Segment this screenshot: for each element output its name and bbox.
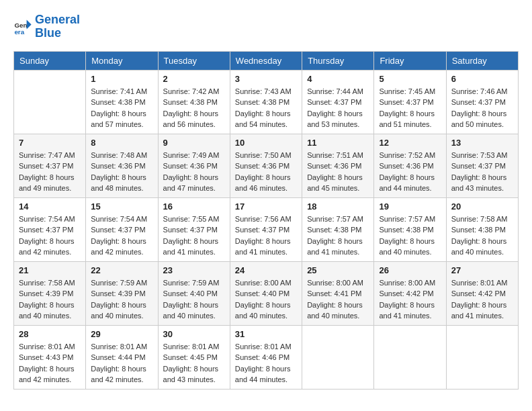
calendar-cell: 7Sunrise: 7:47 AMSunset: 4:37 PMDaylight…	[14, 134, 86, 197]
day-info: Sunrise: 8:00 AMSunset: 4:42 PMDaylight:…	[379, 277, 441, 322]
day-info: Sunrise: 7:52 AMSunset: 4:36 PMDaylight:…	[379, 150, 441, 194]
calendar-cell: 6Sunrise: 7:46 AMSunset: 4:37 PMDaylight…	[446, 70, 518, 134]
day-info: Sunrise: 7:44 AMSunset: 4:37 PMDaylight:…	[307, 86, 369, 130]
calendar-cell: 25Sunrise: 8:00 AMSunset: 4:41 PMDayligh…	[302, 261, 374, 325]
weekday-header-monday: Monday	[86, 51, 158, 70]
day-number: 12	[379, 138, 441, 148]
calendar-cell: 21Sunrise: 7:58 AMSunset: 4:39 PMDayligh…	[14, 261, 86, 325]
day-info: Sunrise: 7:56 AMSunset: 4:37 PMDaylight:…	[235, 214, 297, 258]
day-info: Sunrise: 8:01 AMSunset: 4:45 PMDaylight:…	[163, 341, 225, 385]
calendar-cell: 3Sunrise: 7:43 AMSunset: 4:38 PMDaylight…	[230, 70, 302, 134]
day-number: 20	[451, 201, 513, 212]
day-info: Sunrise: 7:45 AMSunset: 4:37 PMDaylight:…	[379, 86, 441, 130]
day-info: Sunrise: 7:53 AMSunset: 4:37 PMDaylight:…	[451, 150, 513, 194]
day-info: Sunrise: 7:54 AMSunset: 4:37 PMDaylight:…	[91, 214, 152, 258]
day-number: 1	[91, 74, 152, 84]
week-row-0: 1Sunrise: 7:41 AMSunset: 4:38 PMDaylight…	[14, 70, 519, 134]
calendar-cell: 4Sunrise: 7:44 AMSunset: 4:37 PMDaylight…	[302, 70, 374, 134]
day-info: Sunrise: 7:41 AMSunset: 4:38 PMDaylight:…	[91, 86, 152, 130]
calendar-cell	[446, 325, 518, 389]
calendar-cell: 24Sunrise: 8:00 AMSunset: 4:40 PMDayligh…	[230, 261, 302, 325]
day-info: Sunrise: 7:55 AMSunset: 4:37 PMDaylight:…	[163, 214, 225, 258]
day-info: Sunrise: 7:58 AMSunset: 4:39 PMDaylight:…	[19, 277, 81, 322]
calendar-cell: 27Sunrise: 8:01 AMSunset: 4:42 PMDayligh…	[446, 261, 518, 325]
day-number: 18	[307, 201, 369, 212]
calendar-cell: 10Sunrise: 7:50 AMSunset: 4:36 PMDayligh…	[230, 134, 302, 197]
weekday-header-saturday: Saturday	[446, 51, 518, 70]
calendar-cell: 5Sunrise: 7:45 AMSunset: 4:37 PMDaylight…	[374, 70, 446, 134]
logo-icon: Gen era	[13, 17, 32, 36]
day-info: Sunrise: 8:00 AMSunset: 4:41 PMDaylight:…	[307, 277, 369, 322]
calendar-cell: 29Sunrise: 8:01 AMSunset: 4:44 PMDayligh…	[86, 325, 158, 389]
calendar-cell: 28Sunrise: 8:01 AMSunset: 4:43 PMDayligh…	[14, 325, 86, 389]
day-info: Sunrise: 7:59 AMSunset: 4:39 PMDaylight:…	[91, 277, 152, 322]
day-info: Sunrise: 8:01 AMSunset: 4:42 PMDaylight:…	[451, 277, 513, 322]
calendar-cell: 23Sunrise: 7:59 AMSunset: 4:40 PMDayligh…	[158, 261, 230, 325]
week-row-2: 14Sunrise: 7:54 AMSunset: 4:37 PMDayligh…	[14, 197, 519, 261]
calendar-cell: 26Sunrise: 8:00 AMSunset: 4:42 PMDayligh…	[374, 261, 446, 325]
day-info: Sunrise: 7:47 AMSunset: 4:37 PMDaylight:…	[19, 150, 81, 194]
day-number: 24	[235, 265, 297, 275]
day-number: 23	[163, 265, 225, 275]
calendar-cell: 17Sunrise: 7:56 AMSunset: 4:37 PMDayligh…	[230, 197, 302, 261]
logo-text: GeneralBlue	[35, 13, 80, 40]
calendar-cell	[302, 325, 374, 389]
calendar-cell: 22Sunrise: 7:59 AMSunset: 4:39 PMDayligh…	[86, 261, 158, 325]
day-info: Sunrise: 7:58 AMSunset: 4:38 PMDaylight:…	[451, 214, 513, 258]
day-info: Sunrise: 7:59 AMSunset: 4:40 PMDaylight:…	[163, 277, 225, 322]
weekday-header-row: SundayMondayTuesdayWednesdayThursdayFrid…	[14, 51, 519, 70]
logo: Gen era GeneralBlue	[13, 13, 80, 40]
day-number: 19	[379, 201, 441, 212]
calendar-cell: 1Sunrise: 7:41 AMSunset: 4:38 PMDaylight…	[86, 70, 158, 134]
svg-text:era: era	[14, 28, 24, 36]
day-number: 26	[379, 265, 441, 275]
day-info: Sunrise: 7:54 AMSunset: 4:37 PMDaylight:…	[19, 214, 81, 258]
calendar-cell: 16Sunrise: 7:55 AMSunset: 4:37 PMDayligh…	[158, 197, 230, 261]
day-number: 25	[307, 265, 369, 275]
day-number: 27	[451, 265, 513, 275]
calendar-cell: 30Sunrise: 8:01 AMSunset: 4:45 PMDayligh…	[158, 325, 230, 389]
calendar-cell: 31Sunrise: 8:01 AMSunset: 4:46 PMDayligh…	[230, 325, 302, 389]
week-row-1: 7Sunrise: 7:47 AMSunset: 4:37 PMDaylight…	[14, 134, 519, 197]
day-number: 21	[19, 265, 81, 275]
day-info: Sunrise: 7:49 AMSunset: 4:36 PMDaylight:…	[163, 150, 225, 194]
calendar-cell: 19Sunrise: 7:57 AMSunset: 4:38 PMDayligh…	[374, 197, 446, 261]
day-number: 29	[91, 329, 152, 339]
calendar-table: SundayMondayTuesdayWednesdayThursdayFrid…	[13, 51, 519, 390]
day-number: 31	[235, 329, 297, 339]
calendar-cell: 13Sunrise: 7:53 AMSunset: 4:37 PMDayligh…	[446, 134, 518, 197]
day-number: 4	[307, 74, 369, 84]
day-number: 3	[235, 74, 297, 84]
day-number: 14	[19, 201, 81, 212]
day-info: Sunrise: 8:00 AMSunset: 4:40 PMDaylight:…	[235, 277, 297, 322]
day-info: Sunrise: 7:42 AMSunset: 4:38 PMDaylight:…	[163, 86, 225, 130]
day-info: Sunrise: 7:43 AMSunset: 4:38 PMDaylight:…	[235, 86, 297, 130]
weekday-header-tuesday: Tuesday	[158, 51, 230, 70]
day-number: 30	[163, 329, 225, 339]
day-number: 28	[19, 329, 81, 339]
calendar-cell: 11Sunrise: 7:51 AMSunset: 4:36 PMDayligh…	[302, 134, 374, 197]
weekday-header-sunday: Sunday	[14, 51, 86, 70]
week-row-3: 21Sunrise: 7:58 AMSunset: 4:39 PMDayligh…	[14, 261, 519, 325]
day-info: Sunrise: 7:46 AMSunset: 4:37 PMDaylight:…	[451, 86, 513, 130]
day-number: 16	[163, 201, 225, 212]
day-number: 11	[307, 138, 369, 148]
calendar-cell	[14, 70, 86, 134]
calendar-cell: 8Sunrise: 7:48 AMSunset: 4:36 PMDaylight…	[86, 134, 158, 197]
day-number: 17	[235, 201, 297, 212]
day-info: Sunrise: 7:57 AMSunset: 4:38 PMDaylight:…	[379, 214, 441, 258]
day-info: Sunrise: 8:01 AMSunset: 4:46 PMDaylight:…	[235, 341, 297, 385]
calendar-cell: 15Sunrise: 7:54 AMSunset: 4:37 PMDayligh…	[86, 197, 158, 261]
weekday-header-friday: Friday	[374, 51, 446, 70]
calendar-cell: 14Sunrise: 7:54 AMSunset: 4:37 PMDayligh…	[14, 197, 86, 261]
weekday-header-thursday: Thursday	[302, 51, 374, 70]
day-info: Sunrise: 7:57 AMSunset: 4:38 PMDaylight:…	[307, 214, 369, 258]
day-number: 2	[163, 74, 225, 84]
calendar-cell: 2Sunrise: 7:42 AMSunset: 4:38 PMDaylight…	[158, 70, 230, 134]
calendar-cell	[374, 325, 446, 389]
day-info: Sunrise: 7:51 AMSunset: 4:36 PMDaylight:…	[307, 150, 369, 194]
day-number: 7	[19, 138, 81, 148]
day-number: 8	[91, 138, 152, 148]
day-number: 13	[451, 138, 513, 148]
calendar-cell: 18Sunrise: 7:57 AMSunset: 4:38 PMDayligh…	[302, 197, 374, 261]
